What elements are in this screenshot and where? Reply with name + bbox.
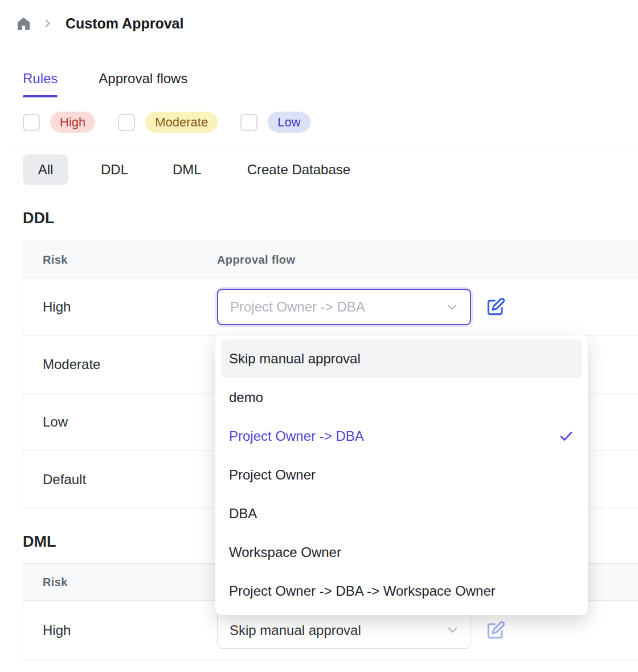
breadcrumb: Custom Approval xyxy=(0,0,638,33)
column-header-risk: Risk xyxy=(23,576,217,589)
dropdown-item-label: Project Owner xyxy=(229,467,316,483)
tab-approval-flows-label: Approval flows xyxy=(99,71,187,86)
tab-rules[interactable]: Rules xyxy=(23,69,58,97)
tab-bar: Rules Approval flows xyxy=(23,69,638,97)
category-tab-all[interactable]: All xyxy=(23,154,68,185)
high-checkbox[interactable] xyxy=(23,114,40,131)
approval-flow-select-ddl-high[interactable]: Project Owner -> DBA xyxy=(217,289,471,325)
chevron-down-icon xyxy=(444,300,460,315)
breadcrumb-chevron-icon xyxy=(42,18,53,29)
risk-cell: High xyxy=(23,622,217,638)
dropdown-item-demo[interactable]: demo xyxy=(221,378,582,417)
edit-approval-flow-button[interactable] xyxy=(485,620,506,641)
select-value: Project Owner -> DBA xyxy=(230,299,365,315)
tab-approval-flows[interactable]: Approval flows xyxy=(99,69,187,97)
column-header-approval-flow: Approval flow xyxy=(217,253,295,267)
category-tab-dml[interactable]: DML xyxy=(173,161,202,179)
risk-filter-low: Low xyxy=(240,112,310,133)
horizontal-divider xyxy=(11,145,638,145)
page-title: Custom Approval xyxy=(66,14,183,33)
dropdown-item-skip-manual-approval[interactable]: Skip manual approval xyxy=(221,339,582,378)
risk-cell: High xyxy=(23,299,217,315)
dropdown-item-label: Skip manual approval xyxy=(229,351,361,367)
low-badge[interactable]: Low xyxy=(268,112,310,133)
dropdown-item-workspace-owner[interactable]: Workspace Owner xyxy=(221,533,582,572)
approval-flow-select-dml-high[interactable]: Skip manual approval xyxy=(217,612,471,649)
select-value: Skip manual approval xyxy=(230,622,361,638)
risk-filter-row: High Moderate Low xyxy=(23,112,638,133)
category-tab-ddl[interactable]: DDL xyxy=(101,161,128,179)
ddl-table-header: Risk Approval flow xyxy=(23,241,638,278)
dropdown-item-label: Project Owner -> DBA xyxy=(229,428,364,444)
dropdown-item-project-owner-dba-workspace-owner[interactable]: Project Owner -> DBA -> Workspace Owner xyxy=(221,572,582,610)
risk-filter-high: High xyxy=(23,112,95,133)
section-title-ddl: DDL xyxy=(23,208,638,228)
edit-approval-flow-button[interactable] xyxy=(485,296,506,318)
moderate-badge[interactable]: Moderate xyxy=(145,112,218,133)
low-checkbox[interactable] xyxy=(240,114,257,131)
dropdown-item-dba[interactable]: DBA xyxy=(221,494,582,533)
dropdown-item-label: DBA xyxy=(229,506,257,522)
dropdown-item-project-owner-dba[interactable]: Project Owner -> DBA xyxy=(221,417,582,456)
high-badge[interactable]: High xyxy=(50,112,95,133)
check-icon xyxy=(558,428,574,444)
column-header-risk: Risk xyxy=(23,253,217,267)
chevron-down-icon xyxy=(445,622,460,638)
active-tab-underline xyxy=(23,95,58,97)
table-row-ddl-high: High Project Owner -> DBA xyxy=(23,278,638,336)
home-icon[interactable] xyxy=(16,16,31,31)
moderate-checkbox[interactable] xyxy=(118,114,135,131)
risk-cell: Low xyxy=(23,414,217,430)
dropdown-item-label: Workspace Owner xyxy=(229,544,341,560)
tab-rules-label: Rules xyxy=(23,71,58,86)
approval-flow-dropdown: Skip manual approval demo Project Owner … xyxy=(215,335,588,615)
dropdown-item-project-owner[interactable]: Project Owner xyxy=(221,456,582,494)
dropdown-item-label: demo xyxy=(229,390,263,405)
risk-cell: Moderate xyxy=(23,357,217,372)
custom-approval-page: Custom Approval Rules Approval flows Hig… xyxy=(0,0,638,672)
category-tab-create-database[interactable]: Create Database xyxy=(247,161,350,179)
dropdown-item-label: Project Owner -> DBA -> Workspace Owner xyxy=(229,583,496,599)
risk-filter-moderate: Moderate xyxy=(118,112,218,133)
risk-cell: Default xyxy=(23,472,217,487)
category-tabs: All DDL DML Create Database xyxy=(23,154,638,185)
